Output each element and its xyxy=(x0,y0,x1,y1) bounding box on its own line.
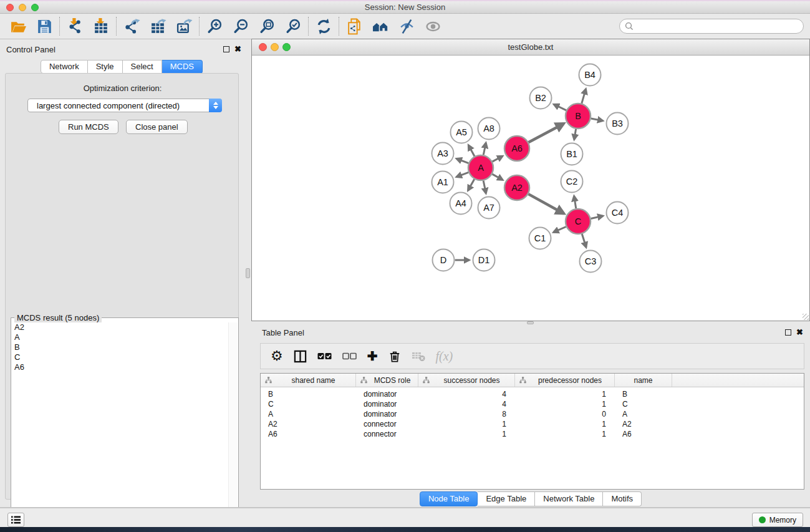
edge-B-B1[interactable] xyxy=(574,129,576,140)
zoom-fit-button[interactable] xyxy=(254,16,280,37)
column-header-predecessor-nodes[interactable]: predecessor nodes xyxy=(515,374,615,387)
columns-button[interactable] xyxy=(294,350,307,363)
mcds-result-list[interactable]: A2ABCA6 xyxy=(12,322,229,528)
result-item[interactable]: A2 xyxy=(12,322,229,332)
edge-A-A5[interactable] xyxy=(468,145,475,157)
search-field[interactable] xyxy=(619,19,804,34)
node-C[interactable]: C xyxy=(566,209,591,234)
zoom-selected-button[interactable] xyxy=(280,16,306,37)
edge-A-A1[interactable] xyxy=(456,172,468,177)
node-C3[interactable]: C3 xyxy=(580,251,602,273)
edge-A-A7[interactable] xyxy=(483,181,486,193)
close-panel-button[interactable]: Close panel xyxy=(126,120,188,134)
import-table-button[interactable] xyxy=(88,16,114,37)
edge-A2-C[interactable] xyxy=(528,194,564,213)
edge-B-B3[interactable] xyxy=(591,118,603,121)
result-item[interactable]: A6 xyxy=(12,362,229,372)
network-close-button[interactable] xyxy=(259,43,267,51)
float-panel-icon[interactable] xyxy=(223,46,229,52)
node-A4[interactable]: A4 xyxy=(450,193,472,215)
tab-node-table[interactable]: Node Table xyxy=(420,491,478,506)
column-header-successor-nodes[interactable]: successor nodes xyxy=(418,374,515,387)
edge-A-A4[interactable] xyxy=(468,179,475,190)
result-item[interactable]: A xyxy=(12,332,229,342)
edge-C-C4[interactable] xyxy=(591,216,603,218)
save-session-button[interactable] xyxy=(31,16,57,37)
node-C2[interactable]: C2 xyxy=(561,171,583,193)
table-row[interactable]: Bdominator41B xyxy=(261,389,804,399)
node-A8[interactable]: A8 xyxy=(478,118,500,140)
node-B[interactable]: B xyxy=(566,104,591,128)
tab-style[interactable]: Style xyxy=(88,60,123,74)
column-header-name[interactable]: name xyxy=(615,374,672,387)
export-image-button[interactable] xyxy=(171,16,197,37)
node-B4[interactable]: B4 xyxy=(579,64,601,86)
node-A[interactable]: A xyxy=(468,155,493,180)
table-row[interactable]: Cdominator41C xyxy=(261,399,804,409)
search-input[interactable] xyxy=(637,22,803,31)
edge-C-C1[interactable] xyxy=(553,226,566,232)
task-history-button[interactable] xyxy=(7,513,24,527)
edge-A6-B[interactable] xyxy=(529,123,564,142)
table-float-icon[interactable] xyxy=(785,329,791,336)
tab-edge-table[interactable]: Edge Table xyxy=(478,491,535,506)
close-window-button[interactable] xyxy=(6,4,14,11)
table-row[interactable]: A2connector11A2 xyxy=(261,419,804,429)
zoom-out-button[interactable] xyxy=(228,16,254,37)
refresh-button[interactable] xyxy=(311,16,337,37)
node-A6[interactable]: A6 xyxy=(504,136,529,161)
result-item[interactable]: C xyxy=(12,352,229,362)
table-close-icon[interactable]: ✖ xyxy=(796,329,803,336)
edge-C-C2[interactable] xyxy=(574,196,576,208)
run-mcds-button[interactable]: Run MCDS xyxy=(59,120,118,134)
edge-B-B4[interactable] xyxy=(582,89,586,104)
node-C1[interactable]: C1 xyxy=(529,228,551,249)
hide-selected-button[interactable] xyxy=(393,16,420,37)
edge-C-C3[interactable] xyxy=(582,234,586,248)
select-all-button[interactable] xyxy=(317,352,332,360)
edge-A-A3[interactable] xyxy=(456,158,468,163)
node-D1[interactable]: D1 xyxy=(473,249,495,271)
tab-motifs[interactable]: Motifs xyxy=(603,491,642,506)
open-session-button[interactable] xyxy=(5,16,31,37)
node-A3[interactable]: A3 xyxy=(432,143,454,165)
network-zoom-button[interactable] xyxy=(282,43,291,51)
export-network-button[interactable] xyxy=(118,16,145,37)
tab-mcds[interactable]: MCDS xyxy=(162,60,203,74)
node-B1[interactable]: B1 xyxy=(561,143,583,165)
memory-button[interactable]: Memory xyxy=(752,513,803,527)
network-canvas[interactable]: AA1A2A3A4A5A6A7A8BB1B2B3B4CC1C2C3C4DD1 xyxy=(252,56,809,321)
tab-network-table[interactable]: Network Table xyxy=(535,491,603,506)
zoom-window-button[interactable] xyxy=(31,4,39,11)
minimize-window-button[interactable] xyxy=(19,4,26,11)
edge-B-B2[interactable] xyxy=(554,104,566,110)
show-all-button[interactable] xyxy=(420,16,446,37)
table-row[interactable]: Adominator80A xyxy=(261,409,804,419)
tab-select[interactable]: Select xyxy=(123,60,162,74)
first-neighbors-button[interactable] xyxy=(367,16,393,37)
node-B2[interactable]: B2 xyxy=(530,87,552,109)
delete-row-button[interactable] xyxy=(388,349,401,363)
table-row[interactable]: A6connector11A6 xyxy=(261,429,804,439)
node-A5[interactable]: A5 xyxy=(451,122,473,143)
export-table-button[interactable] xyxy=(145,16,171,37)
copy-network-button[interactable] xyxy=(341,16,367,37)
node-table[interactable]: shared nameMCDS rolesuccessor nodesprede… xyxy=(260,373,804,490)
settings-button[interactable]: ⚙ xyxy=(271,349,283,363)
zoom-in-button[interactable] xyxy=(201,16,228,37)
column-header-shared-name[interactable]: shared name xyxy=(261,374,356,387)
result-scrollbar[interactable] xyxy=(228,322,238,528)
criterion-dropdown[interactable]: largest connected component (directed) xyxy=(27,99,222,112)
node-A1[interactable]: A1 xyxy=(432,172,454,193)
edge-A-A2[interactable] xyxy=(492,174,503,180)
node-D[interactable]: D xyxy=(433,249,455,271)
node-A2[interactable]: A2 xyxy=(504,175,529,200)
window-resize-grip[interactable] xyxy=(803,314,809,320)
close-panel-icon[interactable]: ✖ xyxy=(234,46,241,52)
tab-network[interactable]: Network xyxy=(41,60,88,74)
node-B3[interactable]: B3 xyxy=(607,113,629,135)
column-header-MCDS-role[interactable]: MCDS role xyxy=(356,374,418,387)
result-item[interactable]: B xyxy=(12,342,229,352)
node-C4[interactable]: C4 xyxy=(607,202,629,224)
deselect-all-button[interactable] xyxy=(342,352,357,360)
